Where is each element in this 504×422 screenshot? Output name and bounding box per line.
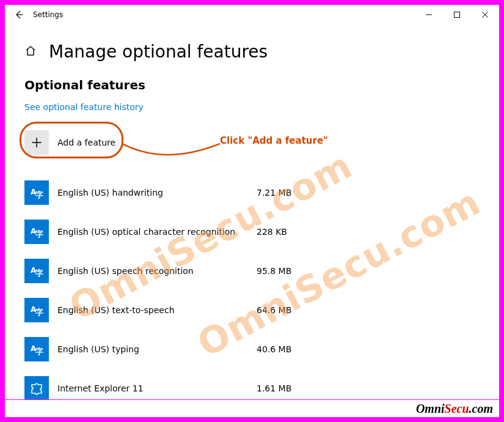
brand-part2: Secu [445, 402, 469, 416]
window-title: Settings [33, 10, 63, 19]
language-icon: A字 [24, 337, 49, 361]
feature-name: English (US) text-to-speech [57, 305, 257, 315]
feature-size: 95.8 MB [257, 266, 305, 276]
brand-part1: Omni [416, 402, 445, 416]
feature-size: 7.21 MB [257, 188, 305, 198]
add-feature-label: Add a feature [57, 138, 115, 147]
feature-name: Internet Explorer 11 [57, 383, 257, 393]
feature-size: 228 KB [257, 227, 305, 237]
svg-text:字: 字 [35, 347, 43, 356]
settings-window: Settings Manage optional features OmniSe… [5, 5, 499, 399]
section-title: Optional features [24, 78, 488, 92]
feature-name: English (US) optical character recogniti… [57, 227, 257, 237]
brand-bar: OmniSecu.com [5, 400, 499, 417]
svg-text:字: 字 [35, 190, 43, 199]
feature-size: 40.6 MB [257, 344, 305, 354]
feature-row[interactable]: A字English (US) optical character recogni… [24, 216, 305, 248]
add-feature-button[interactable]: + Add a feature [24, 125, 305, 160]
feature-row[interactable]: A字English (US) typing40.6 MB [24, 333, 305, 365]
maximize-button[interactable] [443, 5, 471, 24]
history-link[interactable]: See optional feature history [24, 102, 144, 112]
feature-name: English (US) typing [57, 344, 257, 354]
plus-icon: + [24, 130, 49, 155]
feature-row[interactable]: A字English (US) handwriting7.21 MB [24, 177, 305, 209]
feature-name: English (US) speech recognition [57, 266, 257, 276]
svg-text:字: 字 [35, 268, 43, 278]
puzzle-icon [24, 376, 49, 399]
brand-part3: .com [469, 402, 493, 416]
close-button[interactable] [471, 5, 499, 24]
minimize-button[interactable] [415, 5, 443, 24]
titlebar: Settings [5, 5, 499, 24]
home-icon[interactable] [24, 45, 37, 59]
feature-name: English (US) handwriting [57, 188, 257, 198]
page-header: Manage optional features [5, 24, 499, 68]
feature-row[interactable]: Internet Explorer 111.61 MB [24, 372, 305, 399]
back-button[interactable] [5, 5, 33, 24]
language-icon: A字 [24, 259, 49, 283]
language-icon: A字 [24, 180, 49, 205]
svg-text:字: 字 [35, 308, 43, 317]
feature-row[interactable]: A字English (US) speech recognition95.8 MB [24, 255, 305, 287]
content-scroll-area[interactable]: OmniSecu.com OmniSecu.com Optional featu… [5, 68, 499, 399]
feature-size: 1.61 MB [257, 383, 305, 393]
language-icon: A字 [24, 298, 49, 322]
feature-size: 64.6 MB [257, 305, 305, 315]
svg-rect-1 [455, 12, 460, 18]
svg-text:字: 字 [35, 229, 43, 239]
feature-row[interactable]: A字English (US) text-to-speech64.6 MB [24, 294, 305, 326]
page-title: Manage optional features [49, 42, 268, 62]
feature-list: A字English (US) handwriting7.21 MBA字Engli… [24, 177, 488, 399]
language-icon: A字 [24, 220, 49, 244]
